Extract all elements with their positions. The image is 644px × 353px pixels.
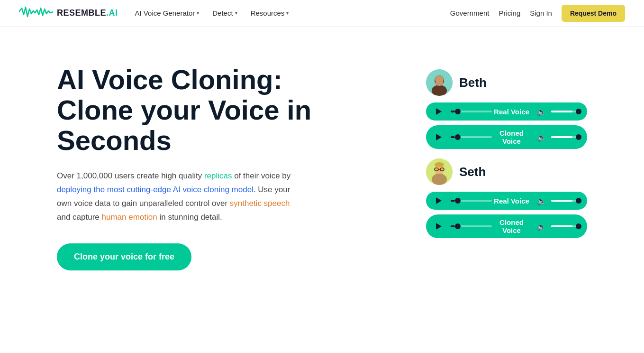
voice-cards: Beth Real Voice 🔈 [426, 65, 587, 238]
beth-cloned-play-button[interactable] [434, 132, 444, 142]
seth-avatar [426, 158, 453, 185]
beth-cloned-volume-track[interactable] [551, 136, 580, 138]
beth-real-label: Real Voice [491, 108, 532, 116]
svg-point-2 [432, 85, 447, 96]
beth-real-volume-track[interactable] [551, 111, 580, 112]
beth-real-volume-fill [551, 111, 572, 112]
beth-name: Beth [459, 75, 487, 90]
volume-icon: 🔈 [537, 196, 546, 205]
highlight-emotion: human emotion [102, 213, 157, 222]
play-icon [436, 134, 442, 140]
beth-cloned-volume-fill [551, 136, 572, 138]
seth-cloned-play-button[interactable] [434, 221, 444, 232]
highlight-synthetic: synthetic speech [230, 199, 290, 208]
seth-cloned-label: Cloned Voice [491, 218, 532, 234]
beth-cloned-progress-dot [455, 134, 461, 140]
chevron-down-icon: ▾ [286, 10, 289, 16]
seth-real-volume-dot [576, 198, 581, 204]
seth-cloned-voice-bar[interactable]: Cloned Voice 🔈 [426, 214, 587, 238]
highlight-replicas: replicas [204, 171, 232, 180]
seth-cloned-volume-track[interactable] [551, 225, 580, 227]
hero-description: Over 1,000,000 users create high quality… [57, 169, 303, 224]
request-demo-button[interactable]: Request Demo [562, 5, 625, 22]
nav-left: RESEMBLE.AI AI Voice Generator ▾ Detect … [19, 4, 289, 22]
beth-real-progress-track[interactable] [451, 111, 492, 112]
play-icon [436, 197, 442, 204]
beth-cloned-volume-dot [576, 134, 581, 140]
seth-cloned-volume-dot [576, 223, 581, 229]
hero-title: AI Voice Cloning: Clone your Voice in Se… [57, 65, 322, 155]
navbar: RESEMBLE.AI AI Voice Generator ▾ Detect … [0, 0, 644, 27]
logo-wave-icon [19, 4, 53, 22]
volume-icon: 🔈 [537, 133, 546, 142]
chevron-down-icon: ▾ [235, 10, 237, 16]
beth-real-play-button[interactable] [434, 106, 444, 117]
play-icon [436, 223, 442, 230]
svg-point-4 [435, 81, 444, 86]
nav-link-resources[interactable]: Resources ▾ [251, 9, 289, 17]
seth-cloned-progress-dot [455, 223, 461, 229]
beth-real-volume-dot [576, 109, 581, 114]
seth-real-progress-track[interactable] [451, 200, 492, 202]
seth-real-play-button[interactable] [434, 195, 444, 206]
seth-real-voice-bar[interactable]: Real Voice 🔈 [426, 192, 587, 210]
nav-link-signin[interactable]: Sign In [530, 9, 552, 17]
beth-cloned-label: Cloned Voice [491, 129, 532, 145]
highlight-deploying: deploying the most cutting-edge AI voice… [57, 185, 254, 194]
hero-section: AI Voice Cloning: Clone your Voice in Se… [0, 27, 644, 299]
seth-cloned-progress-fill [451, 225, 455, 227]
seth-cloned-volume-fill [551, 225, 572, 227]
seth-name: Seth [459, 165, 486, 179]
volume-icon: 🔈 [537, 107, 546, 116]
voice-person-seth: Seth Real Voice 🔈 [426, 158, 587, 238]
seth-real-progress-dot [455, 198, 461, 204]
nav-link-detect[interactable]: Detect ▾ [212, 9, 237, 17]
nav-link-government[interactable]: Government [450, 9, 490, 17]
seth-real-label: Real Voice [491, 197, 532, 205]
play-icon [436, 108, 442, 115]
beth-cloned-progress-track[interactable] [451, 136, 492, 138]
clone-voice-button[interactable]: Clone your voice for free [57, 243, 191, 270]
seth-real-volume-track[interactable] [551, 200, 580, 202]
nav-link-pricing[interactable]: Pricing [499, 9, 520, 17]
logo-text: RESEMBLE.AI [57, 8, 118, 18]
seth-real-volume-fill [551, 200, 572, 202]
beth-real-progress-dot [455, 109, 461, 114]
nav-right: Government Pricing Sign In Request Demo [450, 5, 625, 22]
voice-person-beth: Beth Real Voice 🔈 [426, 69, 587, 149]
logo[interactable]: RESEMBLE.AI [19, 4, 118, 22]
beth-header: Beth [426, 69, 587, 96]
seth-cloned-progress-track[interactable] [451, 225, 492, 227]
seth-real-progress-fill [451, 200, 455, 202]
volume-icon: 🔈 [537, 222, 546, 231]
hero-left: AI Voice Cloning: Clone your Voice in Se… [57, 65, 322, 270]
nav-links: AI Voice Generator ▾ Detect ▾ Resources … [135, 9, 289, 17]
svg-point-8 [432, 174, 447, 185]
seth-header: Seth [426, 158, 587, 185]
beth-real-voice-bar[interactable]: Real Voice 🔈 [426, 102, 587, 121]
beth-cloned-progress-fill [451, 136, 455, 138]
nav-link-ai-voice-generator[interactable]: AI Voice Generator ▾ [135, 9, 200, 17]
beth-avatar [426, 69, 453, 96]
beth-real-progress-fill [451, 111, 455, 112]
svg-point-12 [435, 162, 444, 167]
beth-cloned-voice-bar[interactable]: Cloned Voice 🔈 [426, 125, 587, 149]
chevron-down-icon: ▾ [197, 10, 199, 16]
